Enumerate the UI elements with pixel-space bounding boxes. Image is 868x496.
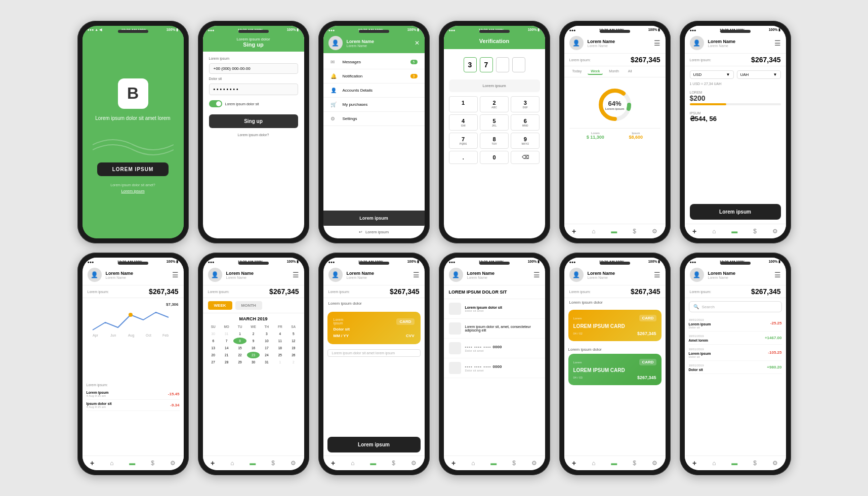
nav-wallet-icon[interactable]: ▬ [611,228,617,235]
list-item-1[interactable]: Lorem ipsum dolor sit Dolor sit amet [444,299,545,319]
nav-wallet-icon[interactable]: ▬ [731,460,737,467]
nav-dollar-icon[interactable]: $ [633,460,636,467]
key-6[interactable]: 6MNO [511,114,540,131]
nav-wallet-icon[interactable]: ▬ [250,460,256,467]
menu-item-purchases[interactable]: 🛒 My purchases [323,98,425,112]
signup-button[interactable]: Sing up [209,114,298,128]
search-bar[interactable]: 🔍 Search [689,301,782,312]
nav-add-icon[interactable]: + [572,459,576,467]
signup-link[interactable]: Lorem ipsum dolor? [209,133,298,137]
nav-home-icon[interactable]: ⌂ [592,460,595,467]
list-item-2[interactable]: Lorem ipsum dolor sit, amet, consecteteu… [444,319,545,339]
nav-home-icon[interactable]: ⌂ [230,460,234,467]
menu-footer-btn[interactable]: Lorem ipsum [323,211,425,226]
tab-week[interactable]: Week [588,68,603,75]
nav-gear-icon[interactable]: ⚙ [652,228,657,235]
close-icon[interactable]: ✕ [415,39,420,47]
key-2[interactable]: 2ABC [480,96,509,112]
nav-dollar-icon[interactable]: $ [392,460,395,467]
password-input[interactable]: •••••••• [209,84,298,95]
key-8[interactable]: 8TUV [480,133,509,149]
nav-gear-icon[interactable]: ⚙ [170,460,176,467]
tab-week[interactable]: WEEK [208,301,232,310]
nav-add-icon[interactable]: + [451,459,456,467]
nav-gear-icon[interactable]: ⚙ [772,460,778,467]
key-7[interactable]: 7PQRS [449,133,478,149]
card-submit-btn[interactable]: Lorem ipsum [327,437,421,452]
splash-link[interactable]: Lorem ipsum [121,189,144,193]
nav-dollar-icon[interactable]: $ [271,460,275,467]
nav-wallet-icon[interactable]: ▬ [129,460,135,467]
tab-month[interactable]: Month [606,68,622,75]
pin-box-4[interactable] [512,57,525,72]
nav-gear-icon[interactable]: ⚙ [531,460,537,467]
nav-dollar-icon[interactable]: $ [151,460,154,467]
key-0[interactable]: 0 [480,151,509,164]
nav-home-icon[interactable]: ⌂ [110,460,113,467]
key-9[interactable]: 9WXYZ [511,133,540,149]
nav-dollar-icon[interactable]: $ [753,228,757,235]
nav-wallet-icon[interactable]: ▬ [370,460,376,467]
menu-item-notification[interactable]: 🔔 Notification 3 [323,69,425,84]
toggle-switch[interactable] [209,100,222,107]
nav-gear-icon[interactable]: ⚙ [772,228,778,235]
nav-add-icon[interactable]: + [331,459,335,467]
tab-month[interactable]: MONTH [235,301,262,310]
hamburger-icon[interactable]: ☰ [533,271,540,279]
key-1[interactable]: 1 [449,96,478,112]
svg-point-3 [129,313,133,317]
nav-home-icon[interactable]: ⌂ [351,460,354,467]
nav-gear-icon[interactable]: ⚙ [411,460,417,467]
hamburger-icon[interactable]: ☰ [654,271,660,279]
nav-dollar-icon[interactable]: $ [512,460,516,467]
nav-home-icon[interactable]: ⌂ [471,460,475,467]
nav-add-icon[interactable]: + [692,227,696,235]
hamburger-icon[interactable]: ☰ [293,271,299,279]
nav-gear-icon[interactable]: ⚙ [652,460,657,467]
menu-item-messages[interactable]: ✉ Messages 5 [323,55,425,69]
nav-wallet-icon[interactable]: ▬ [611,460,617,467]
nav-dollar-icon[interactable]: $ [753,460,757,467]
hamburger-icon[interactable]: ☰ [172,271,179,279]
menu-item-settings[interactable]: ⚙ Settings [323,112,425,126]
pin-box-2[interactable]: 7 [480,57,493,72]
list-item-4[interactable]: •••• •••• •••• 0000 Dolor sit amet [444,358,545,378]
hamburger-icon[interactable]: ☰ [654,39,660,47]
menu-item-accounts[interactable]: 👤 Accounts Details [323,84,425,98]
menu-logout[interactable]: ↩ Lorem ipsum [323,226,425,238]
hamburger-icon[interactable]: ☰ [774,39,781,47]
nav-add-icon[interactable]: + [211,459,215,467]
tab-all[interactable]: All [625,68,635,75]
key-3[interactable]: 3DEF [511,96,540,112]
list-item-3[interactable]: •••• •••• •••• 0000 Dolor sit amet [444,339,545,358]
nav-wallet-icon[interactable]: ▬ [731,228,737,235]
hamburger-icon[interactable]: ☰ [413,271,420,279]
pin-box-3[interactable] [496,57,509,72]
key-dot[interactable]: . [449,151,478,164]
phone-input[interactable]: +00 (000) 000-00-00 [209,63,298,74]
nav-gear-icon[interactable]: ⚙ [291,460,296,467]
splash-cta-button[interactable]: LOREM IPSUM [97,162,169,176]
status-bar-2: ●●● 10:30 AM 100% 100% ▮ [203,26,304,33]
tab-today[interactable]: Today [569,68,585,75]
card-orange-1[interactable]: Lorem CARD LOREM IPSUM CARD 04 / 02 $267… [568,310,662,341]
nav-home-icon[interactable]: ⌂ [712,228,716,235]
uah-select[interactable]: UAH ▼ [737,70,781,79]
nav-home-icon[interactable]: ⌂ [592,228,595,235]
nav-home-icon[interactable]: ⌂ [712,460,716,467]
pin-box-1[interactable]: 3 [464,57,477,72]
nav-add-icon[interactable]: + [692,459,696,467]
nav-wallet-icon[interactable]: ▬ [490,460,497,467]
cal-header: 👤 Lorem Name Lorem Name ☰ [203,265,304,285]
key-4[interactable]: 4GHI [449,114,478,131]
usd-select[interactable]: USD ▼ [690,70,734,79]
slider[interactable] [690,103,781,105]
nav-add-icon[interactable]: + [572,227,576,235]
currency-btn[interactable]: Lorem ipsum [690,204,781,220]
key-delete[interactable]: ⌫ [511,151,540,164]
hamburger-icon[interactable]: ☰ [774,271,781,279]
key-5[interactable]: 5JKL [480,114,509,131]
nav-dollar-icon[interactable]: $ [633,228,636,235]
nav-add-icon[interactable]: + [90,459,94,467]
card-green-2[interactable]: Lorem CARD LOREM IPSUM CARD 04 / 03 $267… [568,354,662,385]
